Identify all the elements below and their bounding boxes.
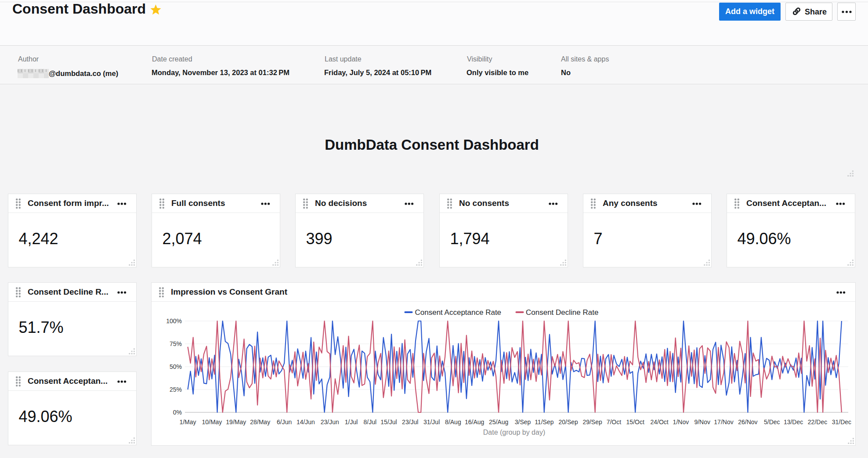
svg-text:15/Oct: 15/Oct — [626, 418, 644, 426]
svg-text:23/Jul: 23/Jul — [402, 418, 418, 426]
svg-text:17/Nov: 17/Nov — [714, 418, 733, 426]
svg-text:19/May: 19/May — [226, 418, 246, 426]
svg-text:31/Jul: 31/Jul — [423, 418, 440, 426]
svg-text:28/May: 28/May — [250, 418, 270, 426]
svg-text:10/May: 10/May — [202, 418, 222, 426]
svg-text:23/Jun: 23/Jun — [321, 418, 339, 426]
svg-text:13/Dec: 13/Dec — [784, 418, 803, 426]
svg-text:50%: 50% — [170, 363, 182, 370]
svg-text:6/Jun: 6/Jun — [277, 418, 292, 426]
svg-text:1/May: 1/May — [179, 418, 196, 426]
svg-text:5/Dec: 5/Dec — [764, 418, 780, 426]
svg-text:75%: 75% — [170, 340, 182, 347]
svg-text:22/Dec: 22/Dec — [808, 418, 827, 426]
svg-text:1/Jul: 1/Jul — [345, 418, 358, 426]
svg-text:1/Nov: 1/Nov — [673, 418, 689, 426]
svg-text:16/Aug: 16/Aug — [465, 418, 484, 426]
svg-text:100%: 100% — [166, 317, 182, 325]
svg-text:29/Sep: 29/Sep — [582, 418, 602, 426]
svg-text:Date (group by day): Date (group by day) — [483, 429, 545, 436]
svg-text:25%: 25% — [170, 386, 182, 393]
svg-text:8/Aug: 8/Aug — [445, 418, 461, 426]
svg-text:20/Sep: 20/Sep — [559, 418, 579, 426]
svg-text:25/Aug: 25/Aug — [489, 418, 508, 426]
svg-text:7/Oct: 7/Oct — [607, 418, 622, 426]
svg-text:24/Oct: 24/Oct — [650, 418, 668, 426]
svg-text:3/Sep: 3/Sep — [515, 418, 531, 426]
svg-text:15/Jul: 15/Jul — [380, 418, 397, 426]
svg-text:26/Nov: 26/Nov — [738, 418, 757, 426]
svg-text:Consent Decline Rate: Consent Decline Rate — [526, 308, 598, 317]
svg-text:Consent Acceptance Rate: Consent Acceptance Rate — [415, 308, 502, 317]
svg-text:8/Jul: 8/Jul — [364, 418, 377, 426]
svg-text:14/Jun: 14/Jun — [297, 418, 315, 426]
svg-text:11/Sep: 11/Sep — [535, 418, 554, 426]
svg-text:0%: 0% — [173, 409, 182, 416]
svg-text:9/Nov: 9/Nov — [694, 418, 710, 426]
svg-text:31/Dec: 31/Dec — [832, 418, 851, 426]
